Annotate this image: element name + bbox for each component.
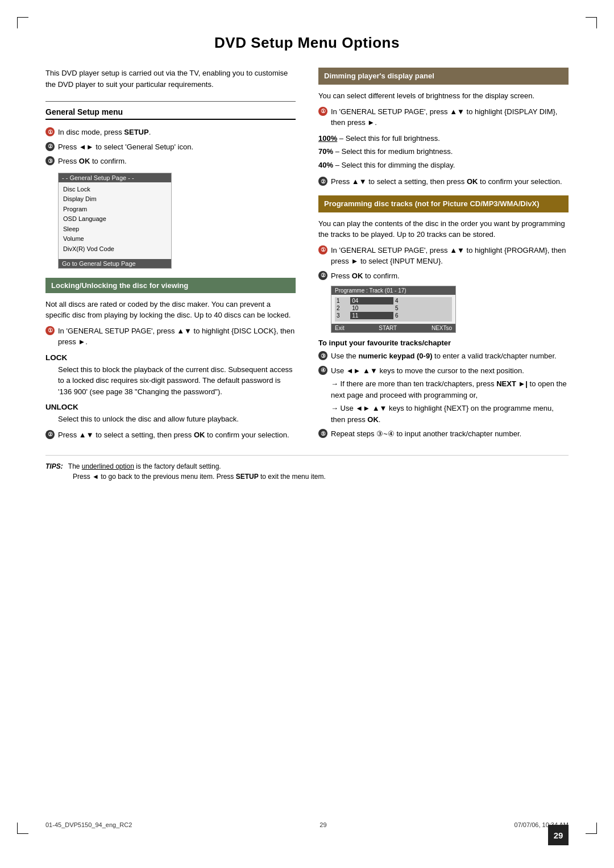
programming-intro: You can play the contents of the disc in… xyxy=(318,218,569,240)
track-start: START xyxy=(379,325,397,331)
track-grid: 1 04 4 2 10 5 xyxy=(331,295,455,324)
general-setup-section: General Setup menu ① In disc mode, press… xyxy=(45,107,296,269)
tips-underline: underlined option xyxy=(82,462,134,470)
step-num-dim-2: ② xyxy=(318,177,327,186)
step-num-1: ① xyxy=(45,127,55,136)
table-row: 3 11 6 xyxy=(335,312,452,319)
setup-page-items: Disc Lock Display Dim Program OSD Langua… xyxy=(59,182,171,257)
tips-line2: Press ◄ to go back to the previous menu … xyxy=(73,473,326,481)
step-num-fav-3: ⑤ xyxy=(318,429,327,438)
corner-mark-tr xyxy=(586,17,597,28)
fav-heading: To input your favourite tracks/chapter xyxy=(318,339,569,347)
step-num-prog-1: ① xyxy=(318,245,327,254)
unlock-subheading: UNLOCK xyxy=(45,403,296,411)
footer-left: 01-45_DVP5150_94_eng_RC2 xyxy=(45,821,132,828)
setup-page-footer: Go to General Setup Page xyxy=(59,259,171,268)
locking-step1-text: In 'GENERAL SETUP PAGE', press ▲▼ to hig… xyxy=(58,326,296,348)
tips-label: TIPS: xyxy=(45,462,63,470)
locking-intro: Not all discs are rated or coded by the … xyxy=(45,299,296,321)
locking-section: Locking/Unlocking the disc for viewing N… xyxy=(45,278,296,441)
main-content: DVD Setup Menu Options This DVD player s… xyxy=(0,0,614,527)
step-num-prog-2: ② xyxy=(318,271,327,280)
brightness-100: 100% – Select this for full brightness. xyxy=(318,133,569,144)
page-container: DVD Setup Menu Options This DVD player s… xyxy=(0,0,614,868)
locking-step2: ② Press ▲▼ to select a setting, then pre… xyxy=(45,429,296,441)
step-item: ② Press ◄► to select 'General Setup' ico… xyxy=(45,141,296,153)
locking-step2-text: Press ▲▼ to select a setting, then press… xyxy=(58,429,296,441)
track-box: Programme : Track (01 - 17) 1 04 4 xyxy=(331,286,456,333)
step-num-lock-2: ② xyxy=(45,430,55,439)
dimming-step1: ① In 'GENERAL SETUP PAGE', press ▲▼ to h… xyxy=(318,106,569,128)
setup-item-divx: DivX(R) Vod Code xyxy=(63,244,167,254)
track-box-footer: Exit START NEXTso xyxy=(331,324,455,332)
prog-step1-text: In 'GENERAL SETUP PAGE', press ▲▼ to hig… xyxy=(331,245,569,267)
programming-section: Programming disc tracks (not for Picture… xyxy=(318,195,569,440)
lock-subheading: LOCK xyxy=(45,353,296,362)
corner-mark-bl xyxy=(17,823,28,834)
dimming-step2-text: Press ▲▼ to select a setting, then press… xyxy=(331,176,569,187)
step-num-2: ② xyxy=(45,142,55,151)
setup-item-osd: OSD Language xyxy=(63,214,167,224)
prog-step4a: → If there are more than ten track/chapt… xyxy=(331,378,569,400)
setup-page-header: - - General Setup Page - - xyxy=(59,173,171,182)
table-row: 2 10 5 xyxy=(335,304,452,312)
footer-mid: 29 xyxy=(320,821,326,828)
prog-step1: ① In 'GENERAL SETUP PAGE', press ▲▼ to h… xyxy=(318,245,569,267)
col-left: This DVD player setup is carried out via… xyxy=(45,68,296,444)
page-number: 29 xyxy=(548,825,569,845)
step-num-3: ③ xyxy=(45,156,55,165)
brightness-40: 40% – Select this for dimming the displa… xyxy=(318,160,569,171)
programming-heading: Programming disc tracks (not for Picture… xyxy=(318,195,569,212)
dimming-intro: You can select different levels of brigh… xyxy=(318,90,569,102)
track-box-header: Programme : Track (01 - 17) xyxy=(331,286,455,295)
locking-step1: ① In 'GENERAL SETUP PAGE', press ▲▼ to h… xyxy=(45,326,296,348)
table-row: 1 04 4 xyxy=(335,297,452,304)
general-setup-steps: ① In disc mode, press SETUP. ② Press ◄► … xyxy=(45,127,296,167)
page-number-container: 29 xyxy=(548,825,569,845)
dimming-step1-text: In 'GENERAL SETUP PAGE', press ▲▼ to hig… xyxy=(331,106,569,128)
setup-item-display-dim: Display Dim xyxy=(63,194,167,205)
step-num-fav-2: ④ xyxy=(318,366,327,375)
prog-step5-text: Repeat steps ③~④ to input another track/… xyxy=(331,428,569,440)
setup-item-disc-lock: Disc Lock xyxy=(63,185,167,195)
prog-step3-text: Use the numeric keypad (0-9) to enter a … xyxy=(331,350,569,362)
track-next: NEXTso xyxy=(432,325,452,331)
corner-mark-br xyxy=(586,823,597,834)
unlock-text: Select this to unlock the disc and allow… xyxy=(58,414,296,425)
corner-mark-tl xyxy=(17,17,28,28)
prog-step2: ② Press OK to confirm. xyxy=(318,270,569,282)
divider xyxy=(45,101,296,102)
brightness-options: 100% – Select this for full brightness. … xyxy=(318,133,569,171)
prog-step5: ⑤ Repeat steps ③~④ to input another trac… xyxy=(318,428,569,440)
setup-item-volume: Volume xyxy=(63,234,167,244)
track-table: 1 04 4 2 10 5 xyxy=(335,297,452,322)
step-num-lock-1: ① xyxy=(45,326,55,335)
tips-line1: The underlined option is the factory def… xyxy=(68,462,221,470)
prog-step4: ④ Use ◄► ▲▼ keys to move the cursor to t… xyxy=(318,365,569,377)
dimming-step2: ② Press ▲▼ to select a setting, then pre… xyxy=(318,176,569,187)
step-text-2: Press ◄► to select 'General Setup' icon. xyxy=(58,141,296,153)
prog-step2-text: Press OK to confirm. xyxy=(331,270,569,282)
locking-heading: Locking/Unlocking the disc for viewing xyxy=(45,278,296,293)
step-num-fav-1: ③ xyxy=(318,351,327,360)
step-num-dim-1: ① xyxy=(318,107,327,116)
step-text-3: Press OK to confirm. xyxy=(58,156,296,167)
table-row xyxy=(335,320,452,322)
prog-step4-text: Use ◄► ▲▼ keys to move the cursor to the… xyxy=(331,365,569,377)
general-setup-heading: General Setup menu xyxy=(45,107,296,120)
intro-text: This DVD player setup is carried out via… xyxy=(45,68,296,90)
setup-page-box: - - General Setup Page - - Disc Lock Dis… xyxy=(58,173,172,269)
step-text-1: In disc mode, press SETUP. xyxy=(58,127,296,138)
prog-step4b: → Use ◄► ▲▼ keys to highlight {NEXT} on … xyxy=(331,403,569,425)
step-item: ① In disc mode, press SETUP. xyxy=(45,127,296,138)
lock-text: Select this to block the playback of the… xyxy=(58,364,296,398)
dimming-heading: Dimming player's display panel xyxy=(318,68,569,85)
brightness-70: 70% – Select this for medium brightness. xyxy=(318,146,569,157)
track-exit: Exit xyxy=(335,325,345,331)
col-right: Dimming player's display panel You can s… xyxy=(318,68,569,444)
page-title: DVD Setup Menu Options xyxy=(45,34,569,52)
page-footer: 01-45_DVP5150_94_eng_RC2 29 07/07/06, 10… xyxy=(45,821,569,828)
two-column-layout: This DVD player setup is carried out via… xyxy=(45,68,569,444)
tips-section: TIPS: The underlined option is the facto… xyxy=(45,455,569,482)
step-item: ③ Press OK to confirm. xyxy=(45,156,296,167)
